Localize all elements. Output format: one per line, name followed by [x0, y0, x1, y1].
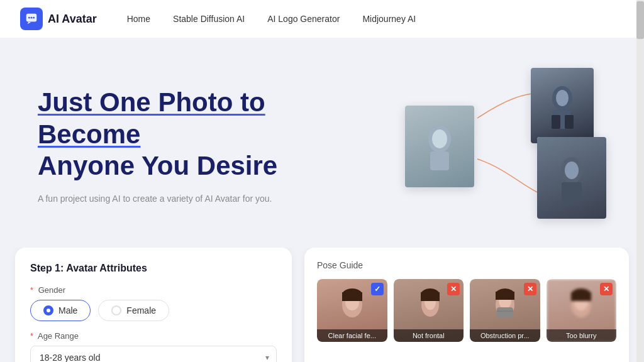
face-svg-obstruction — [489, 288, 521, 332]
svg-rect-16 — [562, 182, 582, 202]
pose-grid: ✓ Clear facial fe... — [317, 279, 616, 342]
logo-text: AI Avatar — [48, 13, 97, 26]
nav-item-stable-diffusion[interactable]: Stable Diffusion AI — [173, 13, 245, 25]
pose-badge-ok: ✓ — [371, 283, 384, 295]
scrollbar-thumb[interactable] — [636, 1, 644, 39]
pose-item-blurry: ✕ Too blurry — [547, 279, 617, 342]
hero-images — [405, 68, 606, 225]
svg-rect-8 — [430, 151, 449, 170]
pose-label-not-frontal: Not frontal — [394, 329, 464, 342]
svg-rect-24 — [421, 292, 440, 301]
face-svg-not-frontal — [413, 288, 444, 332]
age-label: * Age Range — [30, 331, 277, 341]
photo-card-result-top — [531, 68, 594, 143]
age-select[interactable]: 18-28 years old 29-39 years old 40-50 ye… — [30, 346, 277, 362]
nav-item-home[interactable]: Home — [127, 13, 150, 25]
hero-section: Just One Photo to Become Anyone You Desi… — [0, 38, 644, 248]
svg-point-2 — [31, 17, 33, 19]
face-silhouette-top-right — [545, 82, 580, 129]
svg-rect-28 — [496, 292, 514, 300]
svg-point-7 — [432, 129, 447, 148]
svg-point-3 — [33, 17, 35, 19]
gender-required-star: * — [30, 285, 33, 295]
pose-guide-title: Pose Guide — [317, 260, 616, 270]
radio-dot-male — [43, 305, 53, 315]
logo[interactable]: AI Avatar — [20, 8, 97, 30]
pose-panel: Pose Guide ✓ Clear facial fe — [304, 248, 629, 362]
scrollbar[interactable] — [636, 0, 644, 362]
svg-rect-29 — [497, 307, 513, 317]
chat-bubble-icon — [25, 12, 38, 26]
gender-radio-group: Male Female — [30, 300, 277, 321]
attributes-panel: Step 1: Avatar Attributes * Gender Male … — [15, 248, 292, 362]
svg-point-10 — [556, 90, 569, 106]
face-svg-clear — [336, 288, 368, 332]
svg-rect-12 — [552, 115, 560, 129]
pose-badge-no-blurry: ✕ — [600, 283, 613, 295]
age-select-wrap: 18-28 years old 29-39 years old 40-50 ye… — [30, 346, 277, 362]
gender-male-option[interactable]: Male — [30, 300, 91, 321]
face-svg-blurry — [565, 288, 597, 332]
svg-point-15 — [565, 162, 579, 179]
pose-item-not-frontal: ✕ Not frontal — [394, 279, 464, 342]
photo-card-source — [405, 106, 474, 187]
nav-links: Home Stable Diffusion AI AI Logo Generat… — [127, 13, 416, 25]
nav-item-logo-generator[interactable]: AI Logo Generator — [267, 13, 340, 25]
gender-female-option[interactable]: Female — [98, 300, 169, 321]
face-silhouette-bottom-right — [553, 153, 591, 203]
pose-img-blurry: ✕ Too blurry — [547, 279, 617, 342]
pose-badge-no-frontal: ✕ — [447, 283, 460, 295]
face-silhouette-left — [421, 121, 458, 172]
photo-card-result-bottom — [537, 137, 606, 219]
nav-item-midjourney[interactable]: Midjourney AI — [362, 13, 416, 25]
age-required-star: * — [30, 331, 33, 341]
pose-label-blurry: Too blurry — [547, 329, 617, 342]
svg-rect-20 — [342, 292, 362, 301]
logo-icon — [20, 8, 43, 30]
navbar: AI Avatar Home Stable Diffusion AI AI Lo… — [0, 0, 644, 38]
pose-img-clear: ✓ Clear facial fe... — [317, 279, 387, 342]
pose-img-not-frontal: ✕ Not frontal — [394, 279, 464, 342]
bottom-section: Step 1: Avatar Attributes * Gender Male … — [0, 248, 644, 362]
svg-point-1 — [28, 17, 30, 19]
pose-label-obstruction: Obstruction pr... — [470, 329, 540, 342]
pose-item-clear: ✓ Clear facial fe... — [317, 279, 387, 342]
svg-rect-34 — [571, 292, 591, 301]
gender-label: * Gender — [30, 285, 277, 295]
panel-title: Step 1: Avatar Attributes — [30, 263, 277, 274]
pose-img-obstruction: ✕ Obstruction pr... — [470, 279, 540, 342]
hero-subtitle: A fun project using AI to create a varie… — [38, 192, 340, 206]
hero-title: Just One Photo to Become Anyone You Desi… — [38, 87, 340, 182]
pose-item-obstruction: ✕ Obstruction pr... — [470, 279, 540, 342]
svg-rect-13 — [565, 115, 574, 129]
pose-label-clear: Clear facial fe... — [317, 329, 387, 342]
radio-dot-female — [111, 305, 121, 315]
pose-badge-no-obstruction: ✕ — [524, 283, 536, 295]
hero-left: Just One Photo to Become Anyone You Desi… — [38, 87, 340, 206]
